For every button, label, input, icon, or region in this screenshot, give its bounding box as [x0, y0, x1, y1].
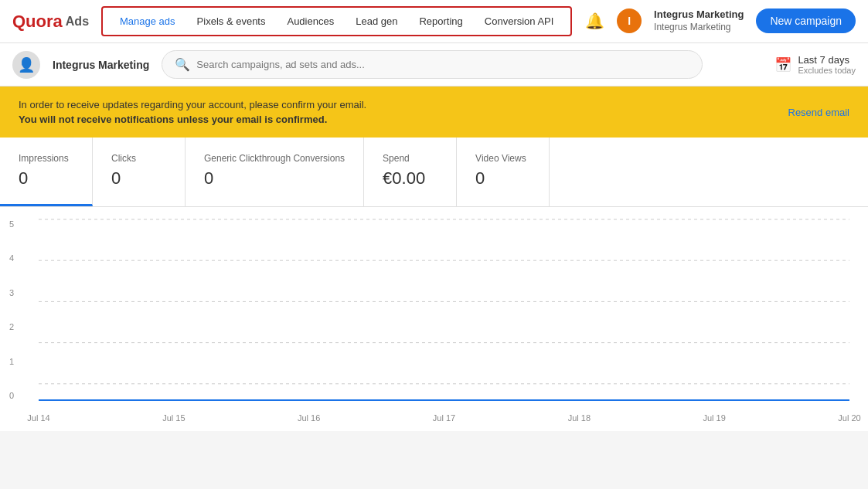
stat-clicks[interactable]: Clicks 0	[93, 138, 186, 206]
stat-conversions-value: 0	[204, 168, 345, 188]
x-label-jul19: Jul 19	[703, 413, 725, 423]
stat-empty	[550, 138, 868, 206]
nav-item-reporting[interactable]: Reporting	[408, 11, 473, 32]
user-account: Integrus Marketing	[654, 22, 744, 34]
nav-item-manage-ads[interactable]: Manage ads	[109, 11, 186, 32]
y-label-0: 0	[9, 391, 14, 400]
user-name: Integrus Marketing	[654, 8, 744, 22]
y-axis: 0 1 2 3 4 5	[9, 219, 14, 400]
banner-main-text: In order to receive updates regarding yo…	[19, 99, 366, 110]
account-avatar: 👤	[12, 51, 40, 79]
stat-spend[interactable]: Spend €0.00	[364, 138, 457, 206]
chart-svg: Jul 14 Jul 15 Jul 16 Jul 17 Jul 18 Jul 1…	[39, 219, 849, 425]
date-range-picker[interactable]: 📅 Last 7 days Excludes today	[774, 54, 856, 75]
top-nav: Quora Ads Manage ads Pixels & events Aud…	[0, 0, 868, 43]
y-label-5: 5	[9, 219, 14, 229]
resend-email-button[interactable]: Resend email	[788, 107, 850, 118]
main-content: Impressions 0 Clicks 0 Generic Clickthro…	[0, 138, 868, 431]
date-range-label: Last 7 days	[798, 54, 856, 66]
search-icon: 🔍	[175, 57, 190, 72]
new-campaign-button[interactable]: New campaign	[756, 8, 856, 33]
search-box[interactable]: 🔍	[162, 50, 703, 79]
stat-spend-value: €0.00	[383, 168, 437, 188]
y-label-2: 2	[9, 322, 14, 331]
calendar-icon: 📅	[774, 56, 791, 73]
user-avatar[interactable]: I	[617, 8, 642, 33]
x-label-jul15: Jul 15	[162, 413, 185, 423]
y-label-4: 4	[9, 253, 14, 263]
nav-item-audiences[interactable]: Audiences	[276, 11, 345, 32]
logo: Quora Ads	[12, 12, 89, 32]
date-range-sub: Excludes today	[798, 66, 856, 75]
logo-ads: Ads	[66, 15, 89, 29]
account-name-label: Integrus Marketing	[53, 59, 149, 71]
nav-item-conversion-api[interactable]: Conversion API	[474, 11, 565, 32]
y-label-3: 3	[9, 288, 14, 297]
search-input[interactable]	[196, 59, 689, 70]
second-bar: 👤 Integrus Marketing 🔍 📅 Last 7 days Exc…	[0, 43, 868, 87]
chart-container: 0 1 2 3 4 5 Jul 14 Jul 15 Jul 16 Jul 17 …	[0, 207, 868, 431]
x-label-jul20: Jul 20	[838, 413, 860, 423]
banner-text: In order to receive updates regarding yo…	[19, 99, 366, 125]
nav-menu: Manage ads Pixels & events Audiences Lea…	[101, 6, 572, 36]
x-label-jul16: Jul 16	[298, 413, 320, 423]
user-info: Integrus Marketing Integrus Marketing	[654, 8, 744, 33]
stat-video-views[interactable]: Video Views 0	[457, 138, 550, 206]
nav-item-pixels[interactable]: Pixels & events	[186, 11, 277, 32]
stat-clicks-label: Clicks	[111, 153, 166, 164]
logo-quora: Quora	[12, 12, 63, 32]
date-range-info: Last 7 days Excludes today	[798, 54, 856, 75]
bell-icon[interactable]: 🔔	[585, 12, 604, 30]
x-label-jul18: Jul 18	[568, 413, 591, 423]
stat-clicks-value: 0	[111, 168, 166, 188]
nav-right: 🔔 I Integrus Marketing Integrus Marketin…	[585, 8, 856, 33]
x-label-jul14: Jul 14	[27, 413, 49, 423]
stat-impressions-value: 0	[19, 168, 73, 188]
stat-conversions-label: Generic Clickthrough Conversions	[204, 153, 345, 164]
confirm-email-banner: In order to receive updates regarding yo…	[0, 87, 868, 138]
x-label-jul17: Jul 17	[433, 413, 455, 423]
y-label-1: 1	[9, 357, 14, 366]
stat-video-views-label: Video Views	[475, 153, 530, 164]
banner-bold-text: You will not receive notifications unles…	[19, 114, 366, 125]
stats-row: Impressions 0 Clicks 0 Generic Clickthro…	[0, 138, 868, 207]
account-avatar-icon: 👤	[18, 56, 35, 73]
stat-spend-label: Spend	[383, 153, 437, 164]
stat-impressions-label: Impressions	[19, 153, 73, 164]
stat-impressions[interactable]: Impressions 0	[0, 138, 93, 206]
stat-video-views-value: 0	[475, 168, 530, 188]
stat-conversions[interactable]: Generic Clickthrough Conversions 0	[186, 138, 364, 206]
nav-item-lead-gen[interactable]: Lead gen	[345, 11, 408, 32]
